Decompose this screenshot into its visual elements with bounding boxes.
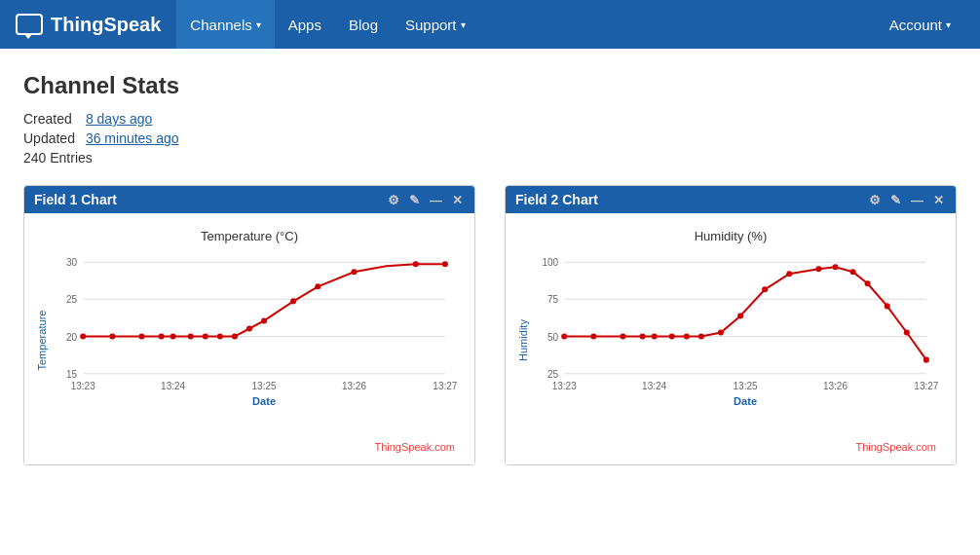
- chart1-point-3: [138, 334, 144, 340]
- main-content: Channel Stats Created 8 days ago Updated…: [0, 49, 980, 555]
- chart1-point-12: [290, 298, 296, 304]
- chart2-point-19: [923, 357, 929, 363]
- chart1-edit-icon[interactable]: ✎: [407, 193, 422, 207]
- chart1-title: Field 1 Chart: [34, 192, 386, 207]
- chart2-minimize-icon[interactable]: —: [909, 193, 925, 207]
- chart1-point-2: [109, 334, 115, 340]
- chart2-line: [564, 267, 926, 359]
- chart1-point-10: [246, 325, 252, 331]
- chart1-xtick-1327: 13:27: [433, 381, 458, 391]
- chart2-point-7: [684, 334, 690, 340]
- chart2-point-10: [737, 313, 743, 318]
- navbar: ThingSpeak Channels ▾ Apps Blog Support …: [0, 0, 980, 49]
- chart1-point-14: [351, 269, 357, 275]
- updated-value[interactable]: 36 minutes ago: [86, 130, 179, 146]
- chart1-ytick-15: 15: [66, 369, 78, 380]
- chart1-svg-container: Temperature (°C) Temperature 30 25 20: [34, 223, 465, 441]
- chart2-point-14: [832, 264, 838, 270]
- chart1-body: Temperature (°C) Temperature 30 25 20: [24, 213, 474, 464]
- chart1-header: Field 1 Chart ⚙ ✎ — ✕: [24, 186, 474, 213]
- chart2-credit: ThingSpeak.com: [515, 441, 946, 459]
- chart2-point-13: [815, 266, 821, 272]
- chart2-xtick-1325: 13:25: [734, 381, 759, 391]
- chart2-y-label: Humidity: [517, 319, 529, 361]
- chart2-xtick-1326: 13:26: [823, 381, 848, 391]
- chart1-settings-icon[interactable]: ⚙: [386, 193, 401, 207]
- nav-channels[interactable]: Channels ▾: [176, 0, 274, 49]
- chart2-svg-container: Humidity (%) Humidity 100 75 50: [515, 223, 946, 441]
- chart1-point-9: [232, 334, 238, 340]
- chart2-header: Field 2 Chart ⚙ ✎ — ✕: [506, 186, 956, 213]
- chart1-xtick-1323: 13:23: [71, 381, 96, 391]
- nav-support[interactable]: Support ▾: [392, 0, 479, 49]
- channels-caret: ▾: [256, 19, 261, 30]
- chart1-chart-title: Temperature (°C): [201, 229, 298, 243]
- page-title: Channel Stats: [23, 72, 957, 99]
- chart1-x-label: Date: [252, 395, 276, 407]
- chart1-point-11: [261, 317, 267, 323]
- chart2-point-5: [652, 334, 658, 340]
- chart2-point-11: [762, 286, 768, 292]
- chart2-svg: Humidity (%) Humidity 100 75 50: [515, 223, 946, 438]
- chart2-edit-icon[interactable]: ✎: [888, 193, 903, 207]
- support-caret: ▾: [461, 19, 466, 30]
- chart2-ytick-50: 50: [547, 332, 559, 343]
- chart2-point-4: [640, 334, 646, 340]
- chart1-ytick-20: 20: [66, 332, 78, 343]
- chart1-ytick-25: 25: [66, 294, 78, 305]
- chart2-title: Field 2 Chart: [515, 192, 867, 207]
- chart1-y-label: Temperature: [36, 311, 48, 371]
- logo-icon: [16, 14, 43, 35]
- chart1-point-15: [413, 261, 419, 267]
- chart1-point-16: [442, 261, 448, 267]
- chart2-point-3: [620, 334, 625, 340]
- nav-blog[interactable]: Blog: [335, 0, 392, 49]
- charts-row: Field 1 Chart ⚙ ✎ — ✕ Temperature (°C) T…: [23, 185, 957, 465]
- nav-apps[interactable]: Apps: [275, 0, 335, 49]
- chart1-minimize-icon[interactable]: —: [428, 193, 444, 207]
- entries: 240 Entries: [23, 150, 957, 166]
- created-value[interactable]: 8 days ago: [86, 111, 153, 127]
- chart2-point-6: [669, 334, 675, 340]
- chart2-xtick-1327: 13:27: [914, 381, 939, 391]
- logo-text: ThingSpeak: [51, 14, 161, 36]
- chart2-settings-icon[interactable]: ⚙: [867, 193, 883, 207]
- chart1-svg: Temperature (°C) Temperature 30 25 20: [34, 223, 465, 438]
- chart2-point-2: [590, 334, 596, 340]
- chart2-point-12: [786, 271, 792, 277]
- chart2-ytick-75: 75: [547, 294, 559, 305]
- nav-account[interactable]: Account ▾: [876, 0, 964, 49]
- chart2-point-1: [561, 334, 567, 340]
- chart2-point-17: [885, 303, 890, 309]
- chart1-point-4: [159, 334, 165, 340]
- chart1-card: Field 1 Chart ⚙ ✎ — ✕ Temperature (°C) T…: [23, 185, 475, 465]
- chart1-point-7: [203, 334, 208, 340]
- chart2-xtick-1324: 13:24: [642, 381, 667, 391]
- created-row: Created 8 days ago: [23, 111, 957, 127]
- chart2-x-label: Date: [734, 395, 757, 407]
- chart1-xtick-1326: 13:26: [342, 381, 367, 391]
- chart1-point-8: [217, 334, 223, 340]
- chart1-close-icon[interactable]: ✕: [450, 193, 465, 207]
- chart1-xtick-1325: 13:25: [252, 381, 278, 391]
- chart2-point-8: [698, 334, 704, 340]
- chart2-icons: ⚙ ✎ — ✕: [867, 193, 946, 207]
- chart1-icons: ⚙ ✎ — ✕: [386, 193, 465, 207]
- chart2-point-18: [904, 329, 910, 335]
- chart2-ytick-25: 25: [547, 369, 559, 380]
- chart2-close-icon[interactable]: ✕: [931, 193, 946, 207]
- chart1-credit: ThingSpeak.com: [34, 441, 465, 459]
- chart1-point-5: [170, 334, 176, 340]
- chart1-line: [83, 264, 445, 336]
- chart2-point-15: [850, 269, 856, 275]
- chart1-ytick-30: 30: [66, 257, 78, 268]
- chart1-point-13: [315, 283, 320, 289]
- updated-row: Updated 36 minutes ago: [23, 130, 957, 146]
- updated-label: Updated: [23, 130, 82, 146]
- chart2-ytick-100: 100: [542, 257, 558, 268]
- chart2-chart-title: Humidity (%): [695, 229, 768, 243]
- chart1-point-6: [188, 334, 194, 340]
- chart1-xtick-1324: 13:24: [161, 381, 186, 391]
- logo[interactable]: ThingSpeak: [16, 14, 161, 36]
- chart2-point-9: [718, 329, 724, 335]
